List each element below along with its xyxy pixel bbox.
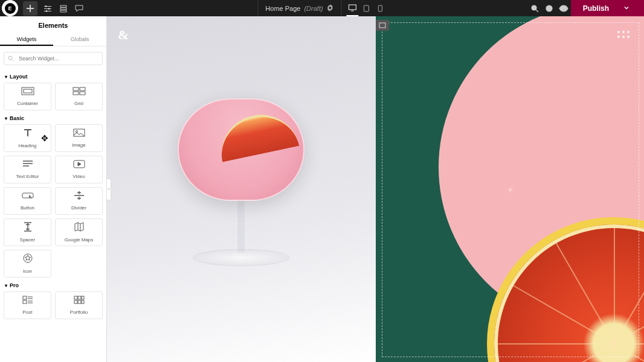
post-icon: [22, 296, 33, 306]
svg-rect-21: [23, 296, 27, 299]
widget-button[interactable]: Button: [4, 187, 51, 215]
container-icon: [21, 87, 34, 98]
tab-widgets[interactable]: Widgets: [0, 33, 53, 46]
widget-post[interactable]: Post: [4, 291, 51, 319]
panel-title: Elements: [0, 16, 106, 33]
drop-zone[interactable]: +: [382, 22, 640, 357]
spacer-icon: [24, 222, 32, 234]
video-icon: [73, 160, 85, 171]
svg-rect-3: [349, 5, 356, 10]
settings-icon[interactable]: [40, 1, 55, 16]
app-logo[interactable]: E: [2, 0, 18, 16]
search-input[interactable]: [4, 52, 103, 65]
brand-logo: &: [118, 27, 129, 43]
widget-text-editor[interactable]: Text Editor: [4, 156, 51, 183]
svg-point-6: [532, 5, 536, 10]
divider-icon: [74, 191, 85, 202]
device-mobile[interactable]: [375, 0, 387, 16]
svg-rect-4: [364, 5, 369, 11]
button-icon: [22, 191, 34, 202]
widget-container[interactable]: Container: [4, 83, 51, 110]
grid-icon: [72, 87, 86, 98]
svg-rect-11: [24, 89, 32, 93]
widget-heading[interactable]: Heading ✥: [4, 124, 51, 152]
search-icon: [8, 53, 14, 64]
structure-icon[interactable]: [56, 1, 71, 16]
svg-rect-24: [78, 296, 81, 299]
image-icon: [73, 129, 85, 139]
svg-point-1: [48, 8, 50, 10]
section-pro[interactable]: ▾ Pro: [4, 278, 103, 291]
move-cursor-icon: ✥: [41, 133, 48, 143]
widget-grid[interactable]: Grid: [55, 83, 103, 110]
caret-down-icon: ▾: [5, 74, 7, 80]
widget-icon[interactable]: Icon: [4, 250, 51, 278]
widget-image[interactable]: Image: [55, 124, 103, 152]
caret-down-icon: ▾: [5, 283, 7, 288]
add-icon[interactable]: +: [507, 185, 513, 195]
svg-rect-26: [74, 300, 77, 303]
grapefruit-slice-icon: [214, 107, 300, 162]
cocktail-image: [178, 98, 304, 266]
svg-rect-23: [74, 296, 77, 299]
elements-panel: Elements Widgets Globals ▾ Layout Contai…: [0, 16, 107, 362]
edit-section-handle[interactable]: [376, 20, 389, 31]
history-icon[interactable]: [542, 1, 556, 16]
svg-rect-5: [379, 5, 382, 11]
device-desktop[interactable]: [347, 0, 359, 16]
page-status: (Draft): [304, 5, 323, 12]
gear-icon[interactable]: [327, 4, 334, 13]
widget-spacer[interactable]: Spacer: [4, 218, 51, 246]
widget-divider[interactable]: Divider: [55, 187, 103, 215]
collapse-panel-button[interactable]: ‹: [107, 179, 111, 200]
svg-rect-13: [80, 87, 85, 91]
svg-point-9: [8, 56, 12, 60]
svg-rect-12: [73, 87, 79, 91]
svg-rect-14: [73, 92, 79, 95]
widget-video[interactable]: Video: [55, 156, 103, 183]
svg-point-17: [76, 131, 77, 133]
svg-rect-25: [82, 296, 84, 299]
svg-point-0: [45, 5, 47, 7]
svg-rect-29: [379, 23, 385, 28]
section-basic[interactable]: ▾ Basic: [4, 110, 103, 124]
portfolio-icon: [74, 296, 85, 306]
svg-rect-15: [80, 92, 85, 95]
drag-handle-icon[interactable]: [617, 31, 630, 38]
heading-icon: [23, 128, 33, 140]
caret-down-icon: ▾: [5, 116, 7, 121]
star-icon: [23, 253, 33, 265]
canvas: ‹ &: [107, 16, 644, 362]
svg-point-8: [562, 7, 565, 10]
publish-label: Publish: [583, 4, 609, 13]
svg-rect-27: [78, 300, 81, 303]
publish-button[interactable]: Publish: [571, 0, 644, 16]
canvas-column-left[interactable]: &: [107, 16, 376, 362]
preview-icon[interactable]: [556, 1, 571, 16]
svg-rect-22: [23, 300, 27, 303]
widget-portfolio[interactable]: Portfolio: [55, 291, 103, 319]
svg-point-2: [46, 10, 48, 12]
add-element-button[interactable]: [23, 1, 37, 16]
chevron-down-icon[interactable]: [623, 4, 630, 13]
page-title-box[interactable]: Home Page (Draft): [257, 0, 341, 16]
tab-globals[interactable]: Globals: [53, 33, 106, 46]
svg-rect-28: [82, 300, 84, 303]
section-layout[interactable]: ▾ Layout: [4, 69, 103, 83]
responsive-tabs: [347, 0, 387, 16]
map-icon: [74, 222, 84, 234]
text-editor-icon: [22, 160, 33, 171]
page-title: Home Page: [265, 5, 300, 12]
canvas-column-right[interactable]: +: [376, 16, 645, 362]
device-tablet[interactable]: [361, 0, 373, 16]
svg-rect-19: [22, 193, 33, 198]
search-icon[interactable]: [527, 1, 542, 16]
top-bar: E Home Page (Draft): [0, 0, 644, 16]
widget-google-maps[interactable]: Google Maps: [55, 218, 103, 246]
comment-icon[interactable]: [72, 1, 86, 16]
